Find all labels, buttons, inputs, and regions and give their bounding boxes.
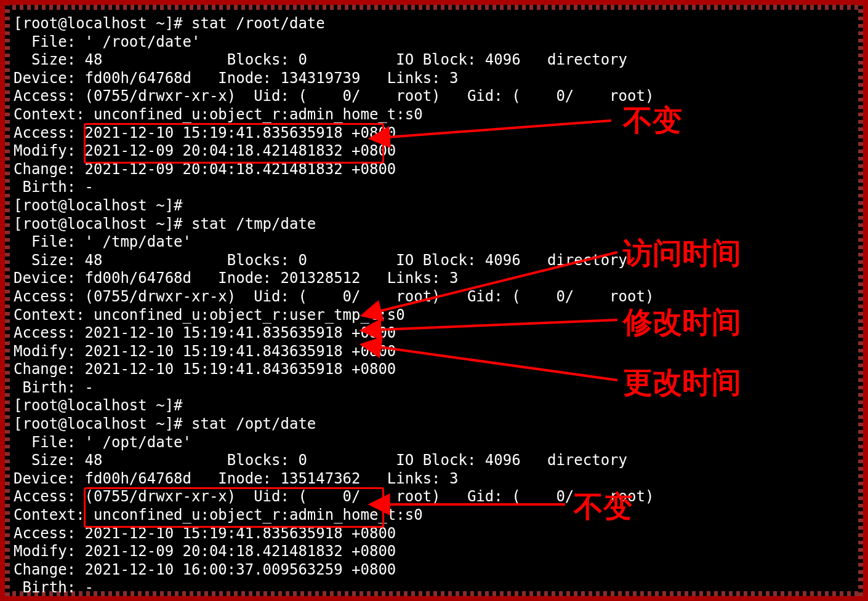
stat-perm: Access: (0755/drwxr-xr-x) Uid: ( 0/ root… bbox=[14, 488, 654, 505]
prompt: [root@localhost ~]# bbox=[14, 197, 183, 214]
stat-birth: Birth: - bbox=[14, 178, 94, 196]
stat-access-time: Access: 2021-12-10 15:19:41.835635918 +0… bbox=[14, 525, 396, 542]
annotation-change-time: 更改时间 bbox=[623, 363, 741, 402]
annotation-modify-time: 修改时间 bbox=[623, 303, 741, 342]
stat-file: File: ' /root/date' bbox=[14, 33, 200, 50]
prompt: [root@localhost ~]# bbox=[14, 397, 183, 414]
terminal-frame: [root@localhost ~]# stat /root/date File… bbox=[0, 0, 868, 601]
annotation-unchanged: 不变 bbox=[623, 101, 682, 140]
stat-context: Context: unconfined_u:object_r:admin_hom… bbox=[14, 106, 423, 123]
stat-device: Device: fd00h/64768d Inode: 135147362 Li… bbox=[14, 470, 458, 487]
stat-perm: Access: (0755/drwxr-xr-x) Uid: ( 0/ root… bbox=[14, 288, 654, 305]
command: stat /opt/date bbox=[191, 415, 316, 432]
stat-size: Size: 48 Blocks: 0 IO Block: 4096 direct… bbox=[14, 51, 627, 68]
terminal-output: [root@localhost ~]# stat /root/date File… bbox=[14, 15, 854, 587]
stat-birth: Birth: - bbox=[14, 579, 94, 596]
stat-birth: Birth: - bbox=[14, 379, 94, 396]
stat-device: Device: fd00h/64768d Inode: 201328512 Li… bbox=[14, 269, 458, 287]
command: stat /tmp/date bbox=[191, 215, 316, 233]
annotation-access-time: 访问时间 bbox=[623, 234, 741, 273]
stat-change-time: Change: 2021-12-10 15:19:41.843635918 +0… bbox=[14, 360, 396, 378]
prompt: [root@localhost ~]# bbox=[14, 15, 191, 32]
stat-context: Context: unconfined_u:object_r:admin_hom… bbox=[14, 506, 423, 523]
command: stat /root/date bbox=[191, 15, 325, 32]
stat-file: File: ' /tmp/date' bbox=[14, 233, 191, 250]
stat-access-time: Access: 2021-12-10 15:19:41.835635918 +0… bbox=[14, 124, 396, 141]
stat-change-time: Change: 2021-12-09 20:04:18.421481832 +0… bbox=[14, 161, 396, 178]
stat-device: Device: fd00h/64768d Inode: 134319739 Li… bbox=[14, 70, 458, 87]
stat-size: Size: 48 Blocks: 0 IO Block: 4096 direct… bbox=[14, 252, 627, 269]
stat-size: Size: 48 Blocks: 0 IO Block: 4096 direct… bbox=[14, 452, 627, 469]
prompt: [root@localhost ~]# bbox=[14, 415, 191, 432]
annotation-unchanged: 不变 bbox=[574, 487, 633, 527]
stat-access-time: Access: 2021-12-10 15:19:41.835635918 +0… bbox=[14, 324, 396, 341]
stat-change-time: Change: 2021-12-10 16:00:37.009563259 +0… bbox=[14, 561, 396, 578]
stat-perm: Access: (0755/drwxr-xr-x) Uid: ( 0/ root… bbox=[14, 87, 654, 105]
prompt: [root@localhost ~]# bbox=[14, 215, 191, 233]
stat-modify-time: Modify: 2021-12-09 20:04:18.421481832 +0… bbox=[14, 142, 396, 159]
stat-file: File: ' /opt/date' bbox=[14, 434, 191, 451]
stat-modify-time: Modify: 2021-12-10 15:19:41.843635918 +0… bbox=[14, 343, 396, 360]
stat-context: Context: unconfined_u:object_r:user_tmp_… bbox=[14, 306, 405, 324]
stat-modify-time: Modify: 2021-12-09 20:04:18.421481832 +0… bbox=[14, 543, 396, 560]
